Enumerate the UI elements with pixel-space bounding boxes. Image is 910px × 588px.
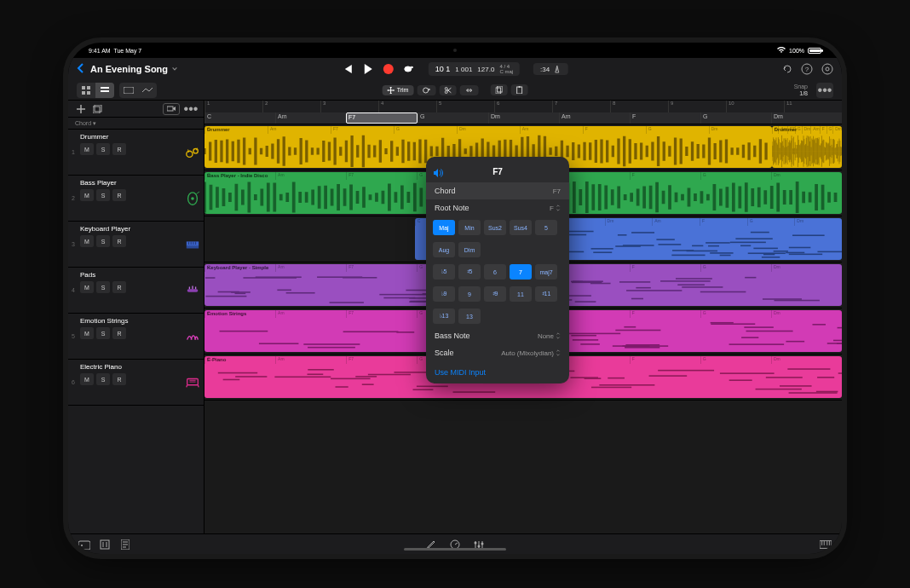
mute-button[interactable]: M	[80, 235, 94, 247]
grid-view-button[interactable]	[77, 83, 95, 98]
track-view-button[interactable]	[95, 83, 114, 98]
solo-button[interactable]: S	[96, 373, 110, 385]
chord-track[interactable]: CAmF7GDmAmFGDm	[204, 112, 842, 124]
paste-tool[interactable]	[510, 84, 527, 95]
project-title[interactable]: An Evening Song	[90, 64, 178, 74]
chord-chip[interactable]: Maj	[433, 220, 455, 235]
track-header[interactable]: 1 Drummer M S R	[68, 130, 204, 176]
track-icon[interactable]	[181, 130, 204, 175]
help-button[interactable]: ?	[801, 63, 813, 75]
chord-chip[interactable]: 11	[510, 286, 532, 302]
loop-tool[interactable]	[417, 85, 435, 95]
chord-track-label[interactable]: Chord▾	[68, 118, 204, 130]
record-enable-button[interactable]: R	[112, 189, 126, 201]
chord-chip[interactable]: Sus2	[484, 220, 506, 235]
chord-chip[interactable]: 6	[484, 264, 506, 280]
chord-cell[interactable]: F	[630, 112, 700, 124]
chord-chip[interactable]: maj7	[535, 264, 557, 280]
snap-display[interactable]: Snap 1/8	[794, 84, 808, 96]
chord-chip[interactable]: 5	[535, 220, 557, 235]
solo-button[interactable]: S	[96, 327, 110, 339]
chord-chip[interactable]: ♯9	[484, 286, 506, 302]
chord-chip[interactable]: 13	[458, 308, 481, 324]
track-icon[interactable]	[181, 222, 204, 267]
solo-button[interactable]: S	[96, 281, 110, 293]
preview-audio-button[interactable]	[433, 166, 443, 176]
solo-button[interactable]: S	[96, 189, 110, 201]
view-mode-segment[interactable]	[77, 83, 114, 98]
scissors-tool[interactable]	[439, 85, 456, 95]
region[interactable]: CAmF7GDmAmFGDmDrummer	[772, 126, 842, 168]
record-enable-button[interactable]: R	[112, 235, 126, 247]
mute-button[interactable]: M	[80, 373, 94, 385]
display-mode-segment[interactable]	[119, 83, 157, 98]
record-button[interactable]	[383, 63, 395, 75]
notepad-button[interactable]	[119, 539, 131, 551]
track-icon[interactable]	[181, 360, 204, 405]
chord-chip[interactable]: ♭5	[433, 264, 455, 280]
record-enable-button[interactable]: R	[112, 327, 126, 339]
chord-chip[interactable]: Aug	[433, 242, 455, 257]
lcd-display[interactable]: 10 1 1 001 127.0 4 / 4C maj	[429, 62, 520, 76]
chord-cell[interactable]: Am	[275, 112, 346, 124]
chord-chip[interactable]: 7	[510, 264, 532, 280]
play-button[interactable]	[362, 63, 374, 75]
rewind-button[interactable]	[342, 63, 354, 75]
mixer-button[interactable]	[99, 539, 111, 551]
chord-chip[interactable]: Sus4	[510, 220, 532, 235]
chord-cell[interactable]: C	[204, 112, 275, 124]
library-button[interactable]	[92, 103, 104, 115]
chord-cell[interactable]: Am	[559, 112, 630, 124]
mute-button[interactable]: M	[80, 327, 94, 339]
chord-cell[interactable]: F7	[346, 112, 418, 124]
cycle-button[interactable]	[403, 63, 415, 75]
track-header[interactable]: 5 Emotion Strings M S R	[68, 314, 204, 360]
chord-chip[interactable]: Min	[458, 220, 481, 235]
record-enable-button[interactable]: R	[112, 281, 126, 293]
chord-chip[interactable]: Dim	[458, 242, 481, 257]
keyboard-button[interactable]	[820, 539, 832, 551]
chord-cell[interactable]: G	[418, 112, 488, 124]
mute-button[interactable]: M	[80, 189, 94, 201]
chord-cell[interactable]: Dm	[488, 112, 559, 124]
count-in-display[interactable]: :34	[533, 63, 568, 75]
chord-chip[interactable]: ♭13	[433, 308, 455, 324]
solo-button[interactable]: S	[96, 235, 110, 247]
join-tool[interactable]	[459, 85, 478, 95]
undo-button[interactable]	[780, 63, 792, 75]
track-icon[interactable]	[181, 268, 204, 313]
capture-button[interactable]	[163, 103, 180, 115]
record-enable-button[interactable]: R	[112, 143, 126, 155]
track-header[interactable]: 4 Pads M S R	[68, 268, 204, 314]
add-track-button[interactable]	[75, 103, 87, 115]
chord-cell[interactable]: G	[700, 112, 771, 124]
timeline[interactable]: 1234567891011 CAmF7GDmAmFGDm CAmF7GDmAmF…	[204, 101, 842, 533]
chord-chip[interactable]: ♯11	[535, 286, 557, 302]
track-header[interactable]: 6 Electric Piano M S R	[68, 360, 204, 406]
chord-field[interactable]: ChordF7	[426, 182, 569, 199]
home-indicator[interactable]	[404, 548, 506, 551]
record-enable-button[interactable]: R	[112, 373, 126, 385]
browser-button[interactable]	[78, 539, 90, 551]
chord-cell[interactable]: Dm	[771, 112, 842, 124]
track-header[interactable]: 3 Keyboard Player M S R	[68, 222, 204, 268]
region-view-button[interactable]	[119, 83, 138, 98]
track-icon[interactable]	[181, 314, 204, 359]
sidebar-more-button[interactable]: •••	[185, 103, 197, 115]
track-header[interactable]: 2 Bass Player M S R	[68, 176, 204, 222]
ruler[interactable]: 1234567891011	[204, 101, 842, 112]
mute-button[interactable]: M	[80, 143, 94, 155]
track-icon[interactable]	[181, 176, 204, 221]
mute-button[interactable]: M	[80, 281, 94, 293]
chord-chip[interactable]: ♭9	[433, 286, 455, 302]
root-note-field[interactable]: Root Note F	[426, 199, 569, 216]
copy-tool[interactable]	[490, 84, 507, 95]
solo-button[interactable]: S	[96, 143, 110, 155]
bass-note-field[interactable]: Bass Note None	[426, 327, 569, 344]
chord-chip[interactable]: ♯5	[458, 264, 481, 280]
scale-field[interactable]: Scale Auto (Mixolydian)	[426, 344, 569, 361]
settings-button[interactable]	[821, 63, 833, 75]
automation-view-button[interactable]	[138, 83, 157, 98]
use-midi-input-link[interactable]: Use MIDI Input	[426, 361, 569, 378]
trim-tool[interactable]: Trim	[383, 85, 414, 95]
